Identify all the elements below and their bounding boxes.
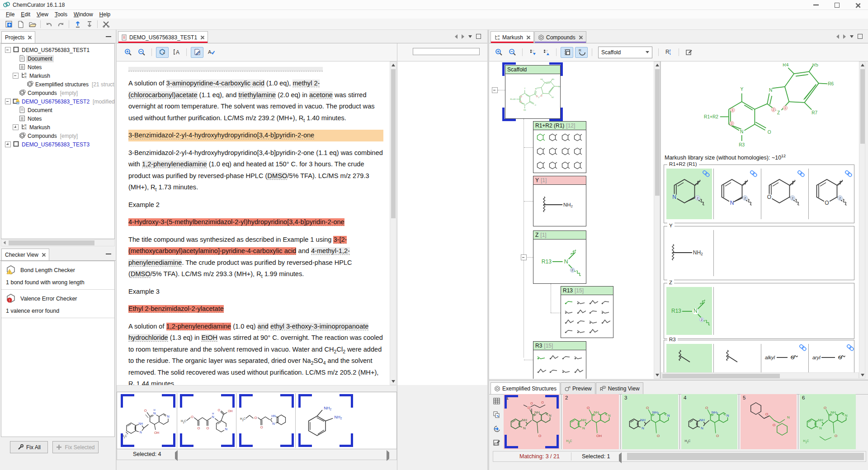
collapse-icon[interactable]	[521, 254, 527, 260]
strip-scroll-left-icon[interactable]	[175, 452, 178, 459]
edit-markush-button[interactable]	[683, 47, 695, 57]
rgroup-option[interactable]: R13N2	[666, 287, 712, 335]
zoom-in-button[interactable]	[493, 47, 505, 57]
text-select-button[interactable]: A	[170, 47, 182, 57]
expand-icon[interactable]	[5, 141, 11, 147]
document-hscrollbar[interactable]	[117, 385, 397, 392]
tree-item-document[interactable]: Document	[2, 106, 114, 114]
menu-file[interactable]: File	[3, 11, 18, 18]
rgroup-option[interactable]	[714, 344, 760, 373]
entity-highlight-matched[interactable]: Ethyl 2-benzimidazol-2-ylacetate	[128, 305, 224, 313]
markush-node-r3[interactable]: R3[15]	[533, 341, 586, 379]
selected-structure-thumbnail[interactable]: NH2NH2	[297, 393, 354, 448]
check-out-button[interactable]	[83, 19, 95, 29]
scroll-down-icon[interactable]	[656, 374, 659, 376]
fix-selected-button[interactable]: Fix Selected	[52, 441, 99, 453]
close-tab-icon[interactable]	[526, 35, 530, 39]
strip-scroll-right-icon[interactable]	[387, 452, 389, 459]
entity-highlight-matched[interactable]: 1,2-phenylenediamine	[166, 323, 231, 330]
tree-item-notes[interactable]: Notes	[2, 63, 114, 71]
markush-node-z[interactable]: Z[1] R13N2	[533, 230, 586, 284]
tree-item-markush[interactable]: RRMarkush	[2, 71, 114, 80]
zoom-out-button[interactable]	[506, 47, 518, 57]
tab-projects[interactable]: Projects	[1, 31, 35, 43]
selected-structure-thumbnail[interactable]: NHNONHNOHH3C	[120, 393, 176, 448]
entity-highlight[interactable]: DMSO	[131, 270, 151, 278]
selected-structure-thumbnail[interactable]: H3COOOHNNOOH	[179, 393, 236, 448]
entity-highlight[interactable]: acetone	[309, 91, 333, 99]
entity-highlight-matched[interactable]: 4-Hydroxy-3-(5-methylbenzimidazol-2-yl)h…	[128, 218, 344, 226]
new-project-button[interactable]	[3, 19, 14, 29]
fix-all-button[interactable]: Fix All	[10, 441, 48, 453]
markush-structure-drawing[interactable]: YR1+R212NR3ONZ21R4R5R6R7	[675, 63, 851, 153]
tree-item-markush[interactable]: RRMarkush	[2, 123, 114, 132]
export-structures-button[interactable]	[491, 424, 502, 434]
tree-item-compounds[interactable]: Compounds[empty]	[2, 89, 114, 97]
tab-compounds[interactable]: Compounds	[534, 31, 586, 43]
redo-button[interactable]	[55, 19, 66, 29]
tab-nesting-view[interactable]: R Nesting View	[596, 382, 643, 394]
markush-node-y[interactable]: Y[1] NH2	[533, 176, 586, 226]
tree-item-demo-us6756383-test3[interactable]: DEMO_US6756383_TEST3	[2, 140, 114, 149]
tree-item-demo-us6756383-test1[interactable]: DEMO_US6756383_TEST1	[2, 46, 114, 54]
tree-item-demo-us6756383-test2[interactable]: DEMO_US6756383_TEST2[modified]	[2, 97, 114, 106]
exemplified-structure-cell[interactable]: 6NHNONHNOH3C	[800, 394, 856, 449]
minimize-panel-icon[interactable]	[106, 254, 111, 254]
save-structures-button[interactable]	[491, 437, 502, 447]
collapse-icon[interactable]	[5, 47, 11, 53]
tree-item-document[interactable]: Document	[2, 54, 114, 63]
maximize-view-icon[interactable]	[858, 34, 863, 39]
rgroup-option[interactable]: O2	[809, 169, 854, 219]
annotate-button[interactable]	[191, 47, 203, 58]
nav-back-icon[interactable]	[836, 34, 839, 39]
close-tab-icon[interactable]	[42, 253, 46, 257]
close-window-button[interactable]	[847, 0, 868, 10]
check-in-button[interactable]	[71, 19, 83, 29]
entity-highlight[interactable]: ethyl 3-ethoxy-3-iminopropanoate hydroch…	[128, 323, 368, 342]
view-mode-select[interactable]: Scaffold	[598, 47, 652, 58]
grid-scroll-left-icon[interactable]	[619, 455, 622, 461]
spellcheck-button[interactable]: A	[205, 47, 217, 57]
maximize-view-icon[interactable]	[476, 34, 481, 39]
menu-view[interactable]: View	[33, 11, 52, 18]
document-vscrollbar[interactable]	[390, 61, 396, 385]
collapse-icon[interactable]	[5, 99, 11, 104]
tree-item-exemplified-structures[interactable]: Exemplified structures[21 structures]	[2, 80, 114, 89]
rgroup-option[interactable]: N2	[666, 169, 712, 219]
tab-preview[interactable]: R Preview	[561, 382, 595, 394]
editor-filter-input[interactable]	[413, 48, 480, 55]
structure-select-button[interactable]	[156, 47, 169, 58]
projects-hscrollbar[interactable]	[1, 239, 115, 246]
layout-toggle-button[interactable]	[561, 47, 573, 58]
entity-highlight[interactable]: and	[258, 323, 269, 330]
markush-node-r1r2[interactable]: R1+R2 (R1)[12]	[533, 121, 586, 173]
rgroup-option[interactable]: arylO	[809, 344, 854, 373]
nav-back-icon[interactable]	[455, 34, 458, 39]
collapse-icon[interactable]	[13, 73, 19, 79]
document-view[interactable]: A solution of 3-aminopyridine-4-carboxyl…	[117, 61, 390, 385]
markush-tree-vscrollbar[interactable]	[654, 61, 660, 379]
tab-exemplified-structures[interactable]: Exemplified Structures	[491, 382, 560, 394]
rgroup-option[interactable]: O2	[761, 169, 807, 219]
entity-highlight[interactable]: 3-aminopyridine-4-carboxylic acid	[166, 80, 264, 87]
details-hscrollbar[interactable]	[661, 372, 859, 379]
close-tab-icon[interactable]	[200, 35, 204, 39]
tree-item-notes[interactable]: Notes	[2, 114, 114, 123]
tab-document[interactable]: DEMO_US6756383_TEST1	[118, 31, 208, 43]
menu-help[interactable]: Help	[96, 11, 114, 18]
rgroup-option[interactable]: alkylO	[761, 344, 807, 373]
tab-list-icon[interactable]	[468, 35, 472, 38]
zoom-out-button[interactable]	[136, 47, 147, 57]
close-tab-icon[interactable]	[579, 35, 583, 39]
menu-window[interactable]: Window	[71, 11, 96, 18]
collapse-icon[interactable]	[492, 87, 498, 93]
copy-structures-button[interactable]	[491, 409, 502, 419]
entity-highlight[interactable]: triethylamine	[238, 91, 276, 99]
exemplified-structure-cell[interactable]: 3NHNONH₂NO	[622, 394, 678, 449]
tab-list-icon[interactable]	[850, 35, 854, 38]
entity-highlight[interactable]: EtOH	[201, 334, 217, 342]
menu-edit[interactable]: Edit	[18, 11, 33, 18]
maximize-window-button[interactable]	[826, 0, 847, 10]
zoom-in-button[interactable]	[122, 47, 134, 57]
scroll-up-icon[interactable]	[392, 64, 395, 66]
